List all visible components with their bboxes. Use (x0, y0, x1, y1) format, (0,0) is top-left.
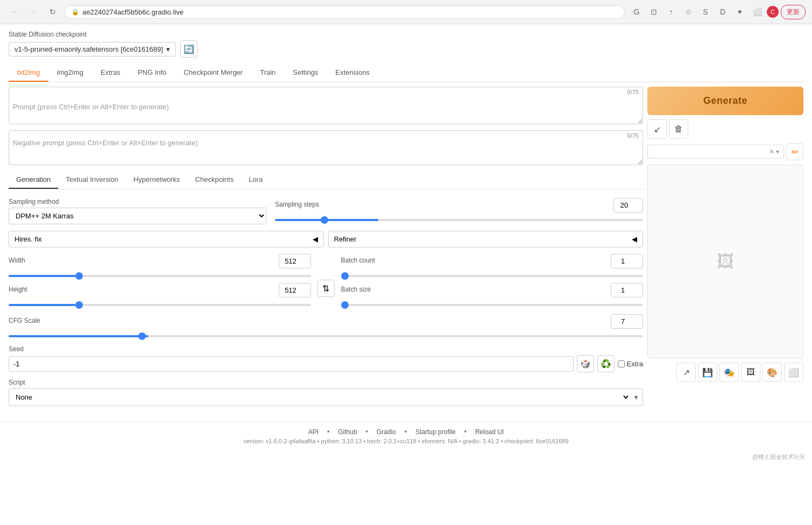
cfg-scale-group: CFG Scale (9, 314, 643, 339)
tab-extras[interactable]: Extras (92, 64, 129, 82)
bookmark-button[interactable]: ☆ (681, 4, 696, 19)
batch-count-label: Batch count (341, 257, 375, 264)
update-button[interactable]: 更新 (781, 5, 806, 19)
swap-dimensions-button[interactable]: ⇅ (317, 280, 335, 297)
tab-settings[interactable]: Settings (284, 64, 327, 82)
sub-tab-textual-inversion[interactable]: Textual Inversion (58, 171, 126, 189)
app-container: Stable Diffusion checkpoint v1-5-pruned-… (0, 24, 812, 421)
send-to-img2img-button[interactable]: ↗ (676, 363, 696, 382)
image-placeholder-icon: 🖼 (717, 252, 734, 272)
height-slider[interactable] (9, 304, 311, 306)
extension1-button[interactable]: S (698, 4, 713, 19)
save-button[interactable]: ↑ (663, 4, 679, 19)
height-group: Height (9, 283, 311, 308)
checkpoint-value: v1-5-pruned-emaonly.safetensors [6ce0161… (15, 45, 163, 53)
extras-color-button[interactable]: 🎨 (762, 363, 782, 382)
tab-extensions[interactable]: Extensions (327, 64, 378, 82)
seed-input[interactable] (9, 356, 574, 372)
footer-api-link[interactable]: API (308, 428, 319, 436)
checkpoint-section: Stable Diffusion checkpoint v1-5-pruned-… (9, 31, 803, 58)
style-select[interactable]: ✕ ▾ (647, 145, 784, 159)
refresh-checkpoint-button[interactable]: 🔄 (180, 40, 197, 58)
sub-tabs: Generation Textual Inversion Hypernetwor… (9, 171, 643, 189)
chevron-down-icon2: ▾ (630, 389, 642, 405)
checkpoint-select[interactable]: v1-5-pruned-emaonly.safetensors [6ce0161… (9, 42, 176, 56)
sub-tab-lora[interactable]: Lora (241, 171, 270, 189)
batch-count-input[interactable] (611, 254, 643, 268)
script-select[interactable]: None (9, 389, 630, 406)
swap-wrapper: ⇅ (317, 258, 335, 308)
extra-label: Extra (627, 360, 643, 368)
footer-version: version: v1.6.0-2-g4afaaf8a • python: 3.… (6, 438, 806, 444)
batch-count-slider[interactable] (341, 275, 644, 277)
sub-tab-hypernetworks[interactable]: Hypernetworks (126, 171, 188, 189)
reload-button[interactable]: ↻ (45, 4, 60, 19)
hires-refiner-row: Hires. fix ◀ Refiner ◀ (9, 231, 643, 247)
watermark-button[interactable]: ⬜ (784, 363, 803, 382)
send-to-extras-button[interactable]: 🖼 (741, 363, 760, 382)
prompt-textarea[interactable] (9, 87, 643, 124)
chevron-left-icon: ◀ (313, 235, 318, 243)
width-slider[interactable] (9, 275, 311, 277)
hires-fix-label: Hires. fix (15, 235, 42, 243)
style-close-icon: ✕ ▾ (769, 148, 779, 155)
read-result-button[interactable]: ↙ (647, 119, 667, 139)
chevron-down-icon: ▾ (166, 45, 170, 53)
address-bar: 🔒 ae2240274acf5b5b6c.gradio.live (65, 5, 625, 19)
tab-img2img[interactable]: img2img (48, 64, 92, 82)
footer-startup-link[interactable]: Startup profile (415, 428, 456, 436)
batch-size-input[interactable] (611, 283, 643, 297)
script-label: Script (9, 379, 643, 386)
save-image-button[interactable]: 💾 (698, 363, 717, 382)
browser-actions: G ⊡ ↑ ☆ S D ✦ ⬜ C 更新 (629, 4, 806, 19)
extension4-button[interactable]: ⬜ (750, 4, 765, 19)
cfg-scale-slider[interactable] (9, 335, 643, 337)
script-group: Script None ▾ (9, 379, 643, 406)
footer-github-link[interactable]: Github (338, 428, 357, 436)
width-label: Width (9, 257, 25, 264)
address-text: ae2240274acf5b5b6c.gradio.live (82, 8, 183, 16)
tab-checkpoint-merger[interactable]: Checkpoint Merger (175, 64, 251, 82)
footer-gradio-link[interactable]: Gradio (377, 428, 396, 436)
forward-button[interactable]: → (26, 4, 41, 19)
batch-size-label: Batch size (341, 286, 371, 293)
footer: API • Github • Gradio • Startup profile … (0, 421, 812, 451)
footer-reload-link[interactable]: Reload UI (475, 428, 504, 436)
style-edit-button[interactable]: ✏ (786, 143, 803, 160)
hires-fix-button[interactable]: Hires. fix ◀ (9, 231, 324, 247)
tab-png-info[interactable]: PNG Info (129, 64, 175, 82)
negative-prompt-textarea[interactable] (9, 130, 643, 165)
back-button[interactable]: ← (6, 4, 22, 19)
google-button[interactable]: G (629, 4, 644, 19)
extension2-button[interactable]: D (715, 4, 730, 19)
sampling-method-group: Sampling method DPM++ 2M Karras (9, 198, 266, 224)
trash-button[interactable]: 🗑 (669, 119, 688, 139)
profile-button[interactable]: C (767, 6, 779, 18)
batch-size-slider[interactable] (341, 304, 644, 306)
sub-tab-generation[interactable]: Generation (9, 171, 58, 189)
tab-train[interactable]: Train (251, 64, 284, 82)
refiner-button[interactable]: Refiner ◀ (328, 231, 644, 247)
dimensions-batch-row: Width Height (9, 254, 643, 308)
generate-button[interactable]: Generate (647, 87, 803, 115)
height-input[interactable] (279, 283, 311, 297)
batch-count-group: Batch count (341, 254, 644, 279)
seed-dice-button[interactable]: 🎲 (577, 355, 594, 372)
cfg-scale-input[interactable] (611, 314, 643, 329)
negative-counter: 0/75 (627, 132, 639, 139)
negative-prompt-wrapper: 0/75 Negative prompt (press Ctrl+Enter o… (9, 130, 643, 167)
sampling-method-select[interactable]: DPM++ 2M Karras (9, 208, 266, 224)
dimensions-group: Width Height (9, 254, 311, 308)
send-to-inpaint-button[interactable]: 🎭 (719, 363, 739, 382)
extension3-button[interactable]: ✦ (732, 4, 747, 19)
sampling-steps-group: Sampling steps (275, 198, 643, 223)
sub-tab-checkpoints[interactable]: Checkpoints (188, 171, 242, 189)
width-input[interactable] (279, 254, 311, 268)
seed-recycle-button[interactable]: ♻️ (597, 355, 615, 372)
sampling-steps-input[interactable] (613, 198, 643, 212)
sampling-steps-slider[interactable] (275, 219, 643, 221)
tab-txt2img[interactable]: txt2img (9, 64, 48, 82)
extra-checkbox[interactable] (618, 360, 625, 367)
image-preview: 🖼 (647, 165, 803, 358)
translate-button[interactable]: ⊡ (646, 4, 661, 19)
